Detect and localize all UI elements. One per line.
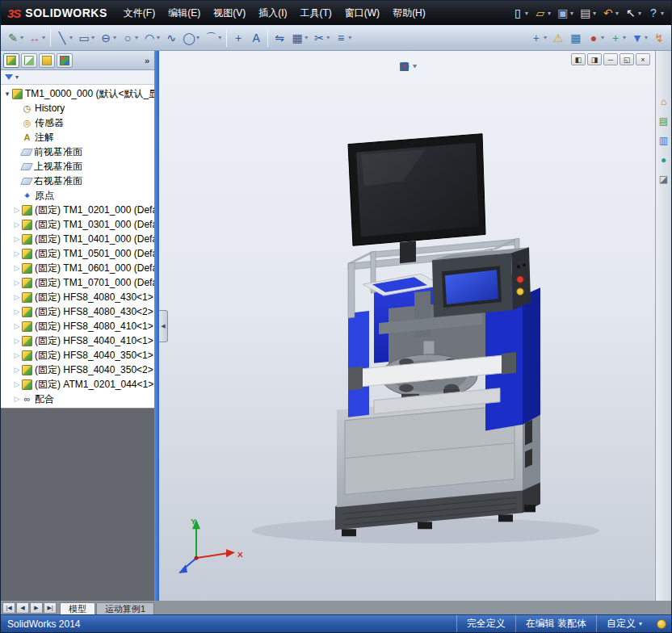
open-document-dropdown-arrow[interactable]: ▾ [548, 10, 551, 17]
model-monitor[interactable] [348, 134, 485, 246]
expand-arrow-icon[interactable]: ▷ [12, 366, 22, 374]
offset-entities-button[interactable]: ≡▾ [332, 28, 354, 48]
select-dropdown-arrow[interactable]: ▾ [638, 10, 641, 17]
sketch-button[interactable]: ✎▾ [4, 28, 26, 48]
expand-arrow-icon[interactable]: ▷ [12, 337, 22, 345]
edit-appearance-button[interactable]: ●▾ [585, 28, 607, 48]
featuremanager-tab[interactable] [3, 53, 19, 68]
undo-dropdown-arrow[interactable]: ▾ [615, 10, 619, 17]
point-button[interactable]: + [229, 28, 247, 48]
ellipse-dropdown-arrow[interactable]: ▾ [196, 34, 200, 41]
circle-dropdown-arrow[interactable]: ▾ [135, 34, 138, 41]
tree-filter-row[interactable]: ▾ [1, 70, 154, 85]
open-document-button[interactable]: ▱▾ [531, 3, 553, 23]
panel-overflow-chevron[interactable]: » [145, 56, 152, 65]
component-tm1-0401-000[interactable]: ▷(固定) TM1_0401_000 (Defau [1, 232, 154, 246]
text-button[interactable]: A [247, 28, 265, 48]
expand-arrow-icon[interactable]: ▷ [12, 279, 22, 287]
insert-component-button[interactable]: +▾ [607, 28, 628, 48]
print-button[interactable]: ▤▾ [577, 3, 598, 23]
expand-arrow-icon[interactable]: ▷ [12, 293, 22, 301]
smart-dimension-button[interactable]: ↔▾ [26, 28, 48, 48]
history-folder[interactable]: ◷History [1, 101, 154, 115]
component-hfs8-4080-430-2[interactable]: ▷(固定) HFS8_4080_430<2> [1, 304, 154, 319]
expand-arrow-icon[interactable]: ▷ [12, 264, 22, 272]
menu-file[interactable]: 文件(F) [117, 2, 162, 24]
menu-insert[interactable]: 插入(I) [252, 2, 293, 24]
file-explorer-button[interactable]: ▥ [657, 134, 670, 146]
save-button[interactable]: ▣▾ [554, 3, 576, 23]
menu-edit[interactable]: 编辑(E) [162, 2, 207, 24]
component-hfs8-4040-350-1[interactable]: ▷(固定) HFS8_4040_350<1> [1, 348, 154, 363]
doc-restore-button[interactable]: ◱ [620, 53, 634, 65]
definition-status[interactable]: 完全定义 [456, 615, 515, 632]
doc-close-button[interactable]: × [636, 53, 650, 65]
straight-slot-dropdown-arrow[interactable]: ▾ [113, 34, 116, 41]
expand-arrow-icon[interactable]: ▷ [12, 220, 22, 228]
corner-rectangle-dropdown-arrow[interactable]: ▾ [91, 34, 94, 41]
pane-split-right-button[interactable]: ◨ [587, 53, 602, 65]
expand-arrow-icon[interactable]: ▷ [12, 235, 22, 243]
expand-arrow-icon[interactable]: ▷ [12, 351, 22, 359]
expand-arrow-icon[interactable]: ▷ [12, 308, 22, 316]
apply-scene-dropdown-arrow[interactable]: ▾ [413, 62, 416, 69]
custom-properties-button[interactable]: ◪ [657, 173, 670, 185]
component-tm1-0701-000[interactable]: ▷(固定) TM1_0701_000 (Defau [1, 275, 154, 290]
component-atm1-0201-044-1[interactable]: ▷(固定) ATM1_0201_044<1> [1, 377, 154, 392]
origin[interactable]: ⌖原点 [1, 188, 154, 203]
new-document-dropdown-arrow[interactable]: ▾ [525, 10, 528, 17]
model-tab[interactable]: 模型 [60, 602, 95, 614]
graphics-viewport[interactable]: ⌕⌕↶▾◪▾▣▾◫▾◉▾●▾▦▾ ◧◨─◱× [159, 51, 655, 601]
expand-arrow-icon[interactable]: ▾ [2, 90, 12, 98]
units-dropdown-arrow[interactable]: ▾ [639, 620, 642, 627]
last-tab-button[interactable]: ▶| [44, 602, 57, 614]
corner-rectangle-button[interactable]: ▭▾ [75, 28, 97, 48]
annotations-folder[interactable]: A注解 [1, 130, 154, 145]
move-component-button[interactable]: +▾ [527, 28, 549, 48]
sensors-folder[interactable]: ◎传感器 [1, 115, 154, 130]
menu-help[interactable]: 帮助(H) [386, 2, 432, 24]
notifications-button[interactable]: ⚠ [549, 28, 567, 48]
assembly-3d-model[interactable]: Y X [159, 51, 655, 601]
undo-button[interactable]: ↶▾ [599, 3, 621, 23]
configurationmanager-tab[interactable] [39, 53, 55, 68]
pane-split-left-button[interactable]: ◧ [571, 53, 586, 65]
expand-arrow-icon[interactable]: ▷ [12, 395, 22, 403]
expand-arrow-icon[interactable]: ▷ [12, 206, 22, 214]
new-document-button[interactable]: ▯▾ [509, 3, 531, 23]
trim-entities-button[interactable]: ✂▾ [310, 28, 332, 48]
select-button[interactable]: ↖▾ [622, 3, 644, 23]
component-tm1-0601-000[interactable]: ▷(固定) TM1_0601_000 (Defau [1, 261, 154, 275]
smart-dimension-dropdown-arrow[interactable]: ▾ [42, 34, 45, 41]
appearances-scenes-button[interactable]: ● [657, 153, 670, 166]
propertymanager-tab[interactable] [21, 53, 37, 68]
doc-minimize-button[interactable]: ─ [603, 53, 618, 65]
filter-dropdown-arrow[interactable]: ▾ [15, 73, 19, 81]
line-button[interactable]: ╲▾ [53, 28, 75, 48]
centerpoint-arc-button[interactable]: ◠▾ [141, 28, 162, 48]
units[interactable]: 自定义▾ [596, 615, 652, 632]
panel-splitter[interactable]: ◀ [154, 51, 159, 601]
circle-button[interactable]: ○▾ [119, 28, 141, 48]
design-library-button[interactable]: ▤ [657, 115, 670, 127]
first-tab-button[interactable]: |◀ [2, 602, 15, 614]
menu-tools[interactable]: 工具(T) [293, 2, 338, 24]
edit-appearance-dropdown-arrow[interactable]: ▾ [601, 34, 604, 41]
component-tm1-0301-000[interactable]: ▷(固定) TM1_0301_000 (Defau [1, 217, 154, 232]
sketch-dropdown-arrow[interactable]: ▾ [20, 34, 23, 41]
component-tm1-0501-000[interactable]: ▷(固定) TM1_0501_000 (Defau [1, 246, 154, 261]
mirror-entities-button[interactable]: ⇋ [271, 28, 288, 48]
print-dropdown-arrow[interactable]: ▾ [593, 10, 596, 17]
selection-filter-button[interactable]: ▼▾ [628, 28, 650, 48]
next-tab-button[interactable]: ▶ [30, 602, 43, 614]
collapse-panel-button[interactable]: ◀ [159, 310, 168, 342]
component-tm1-0201-000[interactable]: ▷(固定) TM1_0201_000 (Defau [1, 203, 154, 217]
linear-sketch-pattern-button[interactable]: ▦▾ [288, 28, 310, 48]
expand-arrow-icon[interactable]: ▷ [12, 322, 22, 330]
top-plane[interactable]: 上视基准面 [1, 159, 154, 174]
save-dropdown-arrow[interactable]: ▾ [570, 10, 573, 17]
linear-sketch-pattern-dropdown-arrow[interactable]: ▾ [304, 34, 308, 41]
component-hfs8-4040-350-2[interactable]: ▷(固定) HFS8_4040_350<2> [1, 363, 154, 377]
help-button[interactable]: ?▾ [645, 3, 666, 23]
prev-tab-button[interactable]: ◀ [16, 602, 29, 614]
